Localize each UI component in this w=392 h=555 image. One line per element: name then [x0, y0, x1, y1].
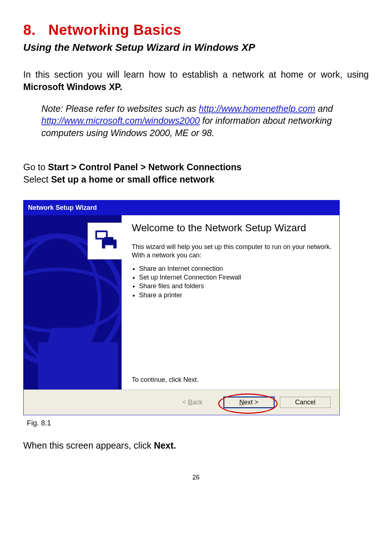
navigation-instructions: Go to Start > Control Panel > Network Co…	[23, 161, 369, 186]
instr2-a: Select	[23, 174, 51, 184]
note-link-2[interactable]: http://www.microsoft.com/windows2000	[41, 115, 200, 126]
wizard-feature-list: Share an Internet connection Set up Inte…	[139, 264, 332, 299]
svg-rect-1	[97, 232, 106, 238]
instr1-a: Go to	[23, 162, 48, 172]
note-prefix: Note: Please refer to websites such as	[41, 103, 199, 114]
document-page: 8. Networking Basics Using the Network S…	[0, 0, 392, 496]
list-item: Share files and folders	[139, 282, 332, 290]
svg-rect-3	[105, 237, 114, 240]
instr2-b: Set up a home or small office network	[51, 174, 214, 184]
wizard-header-icon	[87, 223, 122, 260]
closing-b: Next.	[154, 440, 176, 450]
instr1-b: Start > Control Panel > Network Connecti…	[48, 162, 241, 172]
note-link-1[interactable]: http://www.homenethelp.com	[199, 103, 315, 114]
wizard-intro-text: This wizard will help you set up this co…	[132, 243, 332, 260]
list-item: Share an Internet connection	[139, 264, 332, 273]
wizard-body: Welcome to the Network Setup Wizard This…	[24, 215, 339, 389]
closing-a: When this screen appears, click	[23, 440, 154, 450]
closing-instruction: When this screen appears, click Next.	[23, 440, 369, 452]
wizard-continue-text: To continue, click Next.	[132, 376, 332, 384]
printer-silhouette-icon	[38, 342, 118, 389]
intro-text: In this section you will learn how to es…	[23, 69, 369, 79]
back-button: < Back	[167, 397, 218, 408]
cancel-button[interactable]: Cancel	[280, 397, 331, 408]
computer-printer-icon	[93, 227, 119, 255]
page-number: 26	[23, 474, 369, 481]
wizard-titlebar: Network Setup Wizard	[24, 200, 339, 215]
wizard-main: Welcome to the Network Setup Wizard This…	[122, 215, 339, 389]
next-button[interactable]: Next >	[223, 396, 275, 408]
figure-caption: Fig. 8.1	[27, 419, 369, 427]
highlight-circle-icon	[218, 393, 278, 414]
wizard-sidebar-graphic	[24, 215, 122, 389]
section-title: Networking Basics	[48, 22, 181, 38]
svg-rect-4	[105, 245, 114, 250]
intro-bold: Microsoft Windows XP.	[23, 82, 122, 92]
section-subtitle: Using the Network Setup Wizard in Window…	[23, 42, 369, 53]
note-mid1: and	[315, 103, 333, 114]
wizard-window: Network Setup Wizard	[23, 200, 340, 415]
note-block: Note: Please refer to websites such as h…	[23, 103, 369, 139]
list-item: Share a printer	[139, 291, 332, 299]
intro-paragraph: In this section you will learn how to es…	[23, 69, 369, 93]
wizard-button-row: < Back Next > Cancel	[24, 390, 339, 415]
wizard-welcome-heading: Welcome to the Network Setup Wizard	[132, 222, 332, 234]
section-number: 8.	[23, 22, 36, 38]
list-item: Set up Internet Connection Firewall	[139, 273, 332, 282]
section-heading: 8. Networking Basics	[23, 22, 369, 38]
